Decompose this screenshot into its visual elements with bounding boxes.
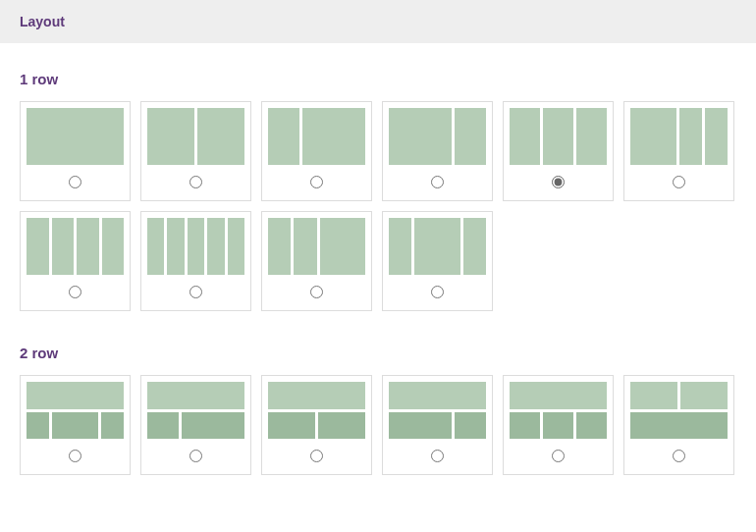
layout-option-r1-7[interactable] <box>20 211 131 311</box>
preview-row <box>389 382 486 409</box>
radio-wrap <box>189 175 202 192</box>
layout-option-r2-4[interactable] <box>382 375 493 475</box>
preview-block <box>630 382 677 409</box>
preview-block <box>414 218 460 275</box>
layout-radio-r1-4[interactable] <box>431 176 444 188</box>
section-title-1row: 1 row <box>20 71 736 87</box>
layout-option-r2-5[interactable] <box>503 375 614 475</box>
layout-option-r1-2[interactable] <box>140 101 251 201</box>
preview-block <box>510 382 607 409</box>
preview-row <box>268 382 365 409</box>
radio-wrap <box>69 285 81 302</box>
preview-block <box>576 412 607 440</box>
preview-row <box>389 412 486 440</box>
layout-preview <box>147 108 244 165</box>
layout-radio-r1-3[interactable] <box>310 176 323 188</box>
layout-option-r1-8[interactable] <box>140 211 251 311</box>
preview-block <box>705 108 728 165</box>
preview-block <box>101 412 124 440</box>
layout-option-r2-3[interactable] <box>261 375 372 475</box>
layout-radio-r2-6[interactable] <box>673 450 685 462</box>
layout-preview <box>268 218 365 275</box>
layout-radio-r2-4[interactable] <box>431 450 444 462</box>
preview-block <box>197 108 244 165</box>
layout-preview <box>147 382 244 439</box>
preview-block <box>147 108 194 165</box>
preview-block <box>182 412 244 440</box>
layout-option-r1-1[interactable] <box>20 101 131 201</box>
preview-row <box>147 108 244 165</box>
preview-block <box>167 218 184 275</box>
preview-block <box>268 218 291 275</box>
layout-option-r1-10[interactable] <box>382 211 493 311</box>
radio-wrap <box>552 449 565 466</box>
preview-row <box>630 412 728 440</box>
section-title-2row: 2 row <box>20 345 736 361</box>
preview-block <box>576 108 607 165</box>
preview-row <box>27 412 124 440</box>
panel-header: Layout <box>0 0 756 43</box>
preview-row <box>510 412 607 440</box>
layout-radio-r1-7[interactable] <box>69 286 81 298</box>
layout-radio-r2-2[interactable] <box>189 450 202 462</box>
preview-block <box>207 218 224 275</box>
preview-block <box>27 412 49 440</box>
preview-row <box>268 108 365 165</box>
layout-radio-r1-10[interactable] <box>431 286 444 298</box>
content-area: 1 row 2 row <box>0 43 756 493</box>
panel-title: Layout <box>20 14 65 29</box>
preview-block <box>188 218 204 275</box>
layout-option-r2-2[interactable] <box>140 375 251 475</box>
layout-option-r2-1[interactable] <box>20 375 131 475</box>
layout-radio-r1-1[interactable] <box>69 176 81 188</box>
preview-block <box>294 218 316 275</box>
preview-block <box>455 108 486 165</box>
layout-preview <box>389 382 486 439</box>
layout-grid-2row <box>20 375 736 475</box>
layout-radio-r2-3[interactable] <box>310 450 323 462</box>
preview-block <box>268 108 299 165</box>
layout-radio-r1-5[interactable] <box>552 176 565 188</box>
preview-block <box>268 412 315 440</box>
layout-option-r1-3[interactable] <box>261 101 372 201</box>
radio-wrap <box>189 449 202 466</box>
layout-option-r1-5[interactable] <box>503 101 614 201</box>
radio-wrap <box>310 285 323 302</box>
preview-block <box>510 412 540 440</box>
preview-block <box>27 108 124 165</box>
preview-row <box>147 412 244 440</box>
layout-preview <box>268 382 365 439</box>
layout-option-r1-4[interactable] <box>382 101 493 201</box>
preview-block <box>389 218 411 275</box>
preview-block <box>147 412 179 440</box>
layout-option-r1-6[interactable] <box>623 101 734 201</box>
preview-block <box>543 108 573 165</box>
preview-row <box>389 218 486 275</box>
preview-block <box>389 382 486 409</box>
preview-row <box>147 218 244 275</box>
layout-preview <box>510 382 607 439</box>
preview-block <box>102 218 125 275</box>
layout-radio-r1-6[interactable] <box>673 176 685 188</box>
preview-row <box>630 108 728 165</box>
layout-option-r1-9[interactable] <box>261 211 372 311</box>
layout-radio-r2-1[interactable] <box>69 450 81 462</box>
layout-option-r2-6[interactable] <box>623 375 734 475</box>
layout-preview <box>147 218 244 275</box>
preview-block <box>27 382 124 409</box>
radio-wrap <box>431 175 444 192</box>
preview-block <box>543 412 573 440</box>
preview-block <box>320 218 366 275</box>
preview-block <box>389 108 452 165</box>
preview-row <box>27 218 124 275</box>
layout-radio-r1-2[interactable] <box>189 176 202 188</box>
preview-row <box>27 382 124 409</box>
preview-block <box>147 382 244 409</box>
radio-wrap <box>552 175 565 192</box>
layout-radio-r2-5[interactable] <box>552 450 565 462</box>
preview-block <box>27 218 49 275</box>
layout-radio-r1-8[interactable] <box>189 286 202 298</box>
radio-wrap <box>431 449 444 466</box>
layout-radio-r1-9[interactable] <box>310 286 323 298</box>
preview-block <box>630 412 728 440</box>
